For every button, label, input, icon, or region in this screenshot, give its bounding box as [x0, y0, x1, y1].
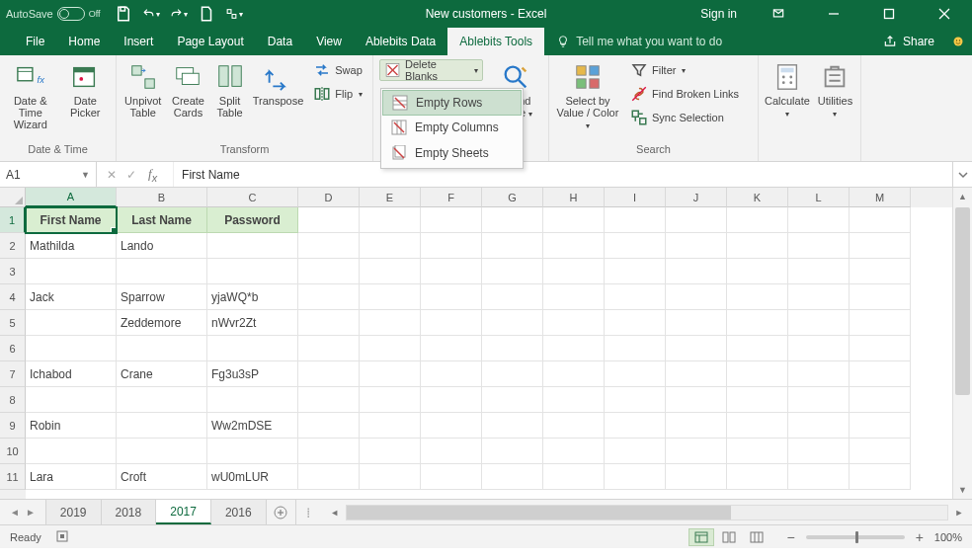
delete-blanks-button[interactable]: Delete Blanks▾ [379, 59, 483, 81]
tab-insert[interactable]: Insert [112, 28, 165, 55]
col-header-g[interactable]: G [482, 188, 543, 207]
qat-more-icon[interactable]: ▾ [225, 5, 243, 23]
minimize-button[interactable] [812, 0, 855, 28]
hscroll-right-icon[interactable]: ► [950, 508, 968, 518]
row-header-4[interactable]: 4 [0, 284, 26, 310]
tab-data[interactable]: Data [256, 28, 304, 55]
col-header-j[interactable]: J [666, 188, 727, 207]
share-button[interactable]: Share [873, 28, 944, 55]
col-header-d[interactable]: D [298, 188, 360, 207]
save-icon[interactable] [115, 5, 132, 23]
flip-button[interactable]: Flip▾ [309, 83, 366, 105]
swap-button[interactable]: Swap [309, 59, 366, 81]
sheet-tab-2016[interactable]: 2016 [211, 500, 267, 524]
row-header-6[interactable]: 6 [0, 336, 26, 361]
maximize-button[interactable] [867, 0, 911, 28]
horizontal-scrollbar[interactable] [346, 505, 948, 520]
col-header-f[interactable]: F [421, 188, 482, 207]
autosave-toggle[interactable]: AutoSave Off [6, 7, 101, 21]
zoom-slider[interactable] [806, 535, 905, 539]
undo-icon[interactable]: ▾ [142, 5, 160, 23]
scroll-up-icon[interactable]: ▲ [953, 188, 972, 205]
cells[interactable]: First Name Last Name Password MathildaLa… [26, 207, 952, 499]
tab-ablebits-tools[interactable]: Ablebits Tools [447, 28, 544, 55]
scroll-down-icon[interactable]: ▼ [953, 481, 972, 499]
sheet-tab-2018[interactable]: 2018 [102, 500, 157, 524]
sheet-prev-icon[interactable]: ◄ [10, 507, 20, 518]
name-box-dropdown-icon[interactable]: ▼ [81, 170, 90, 180]
feedback-smiley-icon[interactable] [944, 28, 972, 55]
row-header-3[interactable]: 3 [0, 259, 26, 284]
view-page-layout-icon[interactable] [716, 528, 742, 546]
hscroll-left-icon[interactable]: ◄ [326, 508, 344, 518]
col-header-l[interactable]: L [788, 188, 850, 207]
col-header-k[interactable]: K [727, 188, 788, 207]
tab-ablebits-data[interactable]: Ablebits Data [354, 28, 447, 55]
col-header-e[interactable]: E [360, 188, 421, 207]
fx-icon[interactable]: fx [148, 166, 157, 184]
view-normal-icon[interactable] [688, 528, 714, 546]
hscroll-thumb[interactable] [347, 506, 731, 520]
zoom-level[interactable]: 100% [934, 531, 962, 543]
sheet-next-icon[interactable]: ► [26, 507, 36, 518]
formula-buttons: ✕ ✓ fx [97, 162, 174, 187]
row-header-9[interactable]: 9 [0, 413, 26, 439]
select-by-button[interactable]: Select by Value / Color ▾ [555, 59, 620, 132]
menu-empty-sheets[interactable]: Empty Sheets [381, 140, 523, 166]
transpose-button[interactable]: Transpose [253, 59, 304, 107]
macro-record-icon[interactable] [55, 529, 69, 545]
col-header-b[interactable]: B [117, 188, 207, 207]
cell-c1[interactable]: Password [207, 207, 298, 233]
col-header-c[interactable]: C [207, 188, 298, 207]
row-header-2[interactable]: 2 [0, 233, 26, 259]
sheet-tab-2017[interactable]: 2017 [156, 500, 211, 524]
sync-selection-button[interactable]: Sync Selection [626, 107, 743, 128]
view-page-break-icon[interactable] [744, 528, 770, 546]
row-header-11[interactable]: 11 [0, 464, 26, 490]
menu-empty-rows[interactable]: Empty Rows [382, 90, 522, 116]
formula-expand-icon[interactable] [952, 162, 972, 187]
select-all-corner[interactable] [0, 188, 26, 207]
ribbon-display-icon[interactable] [757, 0, 800, 28]
create-cards-button[interactable]: Create Cards [170, 59, 207, 119]
tab-file[interactable]: File [14, 28, 56, 55]
tab-page-layout[interactable]: Page Layout [165, 28, 255, 55]
zoom-out-button[interactable]: − [783, 529, 797, 545]
enter-formula-icon[interactable]: ✓ [126, 168, 136, 182]
find-broken-links-button[interactable]: Find Broken Links [626, 83, 743, 105]
sheet-tab-2019[interactable]: 2019 [45, 500, 102, 524]
filter-button[interactable]: Filter▾ [626, 59, 743, 81]
close-button[interactable] [923, 0, 966, 28]
name-box[interactable]: A1 ▼ [0, 162, 97, 187]
row-header-1[interactable]: 1 [0, 207, 26, 233]
menu-empty-columns[interactable]: Empty Columns [381, 115, 523, 140]
calculate-button[interactable]: Calculate▾ [765, 59, 810, 120]
scroll-thumb[interactable] [955, 207, 970, 395]
row-header-7[interactable]: 7 [0, 361, 26, 387]
utilities-button[interactable]: Utilities▾ [816, 59, 854, 120]
add-sheet-button[interactable] [267, 500, 296, 524]
vertical-scrollbar[interactable]: ▲ ▼ [952, 188, 972, 499]
zoom-in-button[interactable]: + [913, 529, 927, 545]
col-header-a[interactable]: A [26, 188, 117, 207]
cell-b1[interactable]: Last Name [117, 207, 207, 233]
sign-in-button[interactable]: Sign in [692, 7, 745, 21]
unpivot-button[interactable]: Unpivot Table [122, 59, 164, 119]
tab-view[interactable]: View [304, 28, 354, 55]
split-table-button[interactable]: Split Table [212, 59, 246, 119]
tab-home[interactable]: Home [56, 28, 112, 55]
row-header-5[interactable]: 5 [0, 310, 26, 336]
row-header-10[interactable]: 10 [0, 439, 26, 464]
col-header-i[interactable]: I [605, 188, 666, 207]
col-header-h[interactable]: H [543, 188, 605, 207]
redo-icon[interactable]: ▾ [170, 5, 188, 23]
tell-me-search[interactable]: Tell me what you want to do [544, 28, 734, 55]
row-header-8[interactable]: 8 [0, 387, 26, 413]
date-picker-button[interactable]: Date Picker [61, 59, 111, 119]
formula-input[interactable]: First Name [174, 168, 952, 182]
cell-a1[interactable]: First Name [26, 207, 117, 233]
new-file-icon[interactable] [198, 5, 215, 23]
cancel-formula-icon[interactable]: ✕ [107, 168, 117, 182]
date-time-wizard-button[interactable]: fx Date & Time Wizard [6, 59, 55, 130]
col-header-m[interactable]: M [850, 188, 911, 207]
